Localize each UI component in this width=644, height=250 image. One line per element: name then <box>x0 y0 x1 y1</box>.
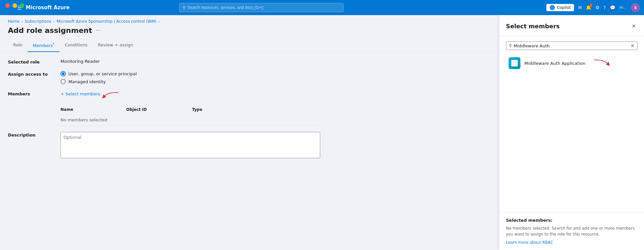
traffic-lights <box>5 3 24 8</box>
radio-user-group-circle[interactable] <box>60 71 66 76</box>
breadcrumb-iam[interactable]: Microsoft Azure Sponsorship | Access con… <box>57 19 156 24</box>
tab-members[interactable]: Members* <box>28 40 60 52</box>
panel-footer: Selected members: No members selected. S… <box>499 212 644 250</box>
panel-search-icon: ⚲ <box>509 43 512 48</box>
panel-body: ⚲ ✕ Middleware Auth Application <box>499 36 644 212</box>
page-title: Add role assignment <box>8 26 92 35</box>
notification-icon[interactable]: 🔔 1 <box>586 5 591 10</box>
description-value <box>60 132 337 159</box>
arrow-annotation <box>102 91 121 101</box>
radio-managed-identity-circle[interactable] <box>60 79 66 84</box>
selected-role-label: Selected role <box>8 59 60 64</box>
tab-members-label: Members <box>33 43 53 48</box>
search-result-item[interactable]: Middleware Auth Application <box>506 54 637 72</box>
description-label: Description <box>8 132 60 138</box>
table-row-empty: No members selected <box>60 115 323 125</box>
breadcrumb-sep-2: › <box>53 20 55 23</box>
breadcrumb-sep-1: › <box>21 20 23 23</box>
breadcrumb-home[interactable]: Home <box>8 19 19 24</box>
panel-search-box[interactable]: ⚲ ✕ <box>506 41 637 50</box>
description-textarea[interactable] <box>60 132 320 158</box>
col-objectid: Object ID <box>126 105 192 115</box>
search-icon: ⚲ <box>183 5 186 10</box>
assign-access-label: Assign access to <box>8 71 60 77</box>
global-search-box[interactable]: ⚲ <box>179 3 344 12</box>
user-name: Mi... <box>619 6 627 10</box>
email-icon[interactable]: ✉ <box>578 5 582 10</box>
description-row: Description <box>8 132 337 159</box>
radio-managed-identity-label: Managed identity <box>68 79 106 84</box>
selected-role-value: Monitoring Reader <box>60 59 337 64</box>
help-icon[interactable]: ? <box>604 5 606 10</box>
search-input[interactable] <box>187 5 340 10</box>
brand-name: Microsoft Azure <box>26 5 69 11</box>
form-content: Selected role Monitoring Reader Assign a… <box>0 52 345 172</box>
panel-title: Select members <box>506 23 560 30</box>
no-members-message: No members selected <box>60 115 323 125</box>
search-result-name: Middleware Auth Application <box>524 61 585 66</box>
members-value: + Select members Name <box>60 91 337 125</box>
breadcrumb-subscriptions[interactable]: Subscriptions <box>25 19 51 24</box>
selected-role-row: Selected role Monitoring Reader <box>8 59 337 64</box>
panel-search-clear-icon[interactable]: ✕ <box>631 43 634 48</box>
tab-conditions-label: Conditions <box>65 42 87 47</box>
tab-conditions[interactable]: Conditions <box>60 40 93 52</box>
close-button[interactable] <box>5 3 10 8</box>
topnav-right: Copilot ✉ 🔔 1 ⚙ ? 💬 Mi... S <box>546 3 640 12</box>
radio-managed-identity[interactable]: Managed identity <box>60 79 337 84</box>
assign-access-options: User, group, or service principal Manage… <box>60 71 337 84</box>
top-navigation: ☰ Microsoft Azure ⚲ Copilot ✉ 🔔 1 ⚙ ? 💬 … <box>0 0 644 15</box>
panel-spacer <box>506 72 637 207</box>
app-icon <box>509 57 520 69</box>
copilot-button[interactable]: Copilot <box>546 4 574 11</box>
members-row: Members + Select members <box>8 91 337 125</box>
learn-more-link[interactable]: Learn more about RBAC <box>506 240 553 245</box>
assign-access-row: Assign access to User, group, or service… <box>8 71 337 84</box>
tab-role[interactable]: Role <box>8 40 28 52</box>
radio-user-group[interactable]: User, group, or service principal <box>60 71 337 76</box>
feedback-icon[interactable]: 💬 <box>610 5 615 10</box>
notification-badge: 1 <box>589 4 593 7</box>
select-members-link[interactable]: + Select members <box>60 91 100 96</box>
breadcrumb-sep-3: › <box>158 20 160 23</box>
minimize-button[interactable] <box>12 3 17 8</box>
panel-close-button[interactable]: ✕ <box>631 22 637 31</box>
panel-header: Select members ✕ <box>499 15 644 36</box>
col-name: Name <box>60 105 126 115</box>
selected-members-hint: No members selected. Search for and add … <box>506 225 637 237</box>
radio-user-group-label: User, group, or service principal <box>68 71 137 76</box>
copilot-label: Copilot <box>557 5 571 10</box>
copilot-icon <box>550 5 555 10</box>
maximize-button[interactable] <box>20 3 24 8</box>
tab-review-label: Review + assign <box>98 42 133 47</box>
tab-role-label: Role <box>13 42 22 47</box>
tab-members-required: * <box>53 42 54 46</box>
panel-arrow-annotation <box>591 58 610 68</box>
right-panel: Select members ✕ ⚲ ✕ Middleware Auth App… <box>499 15 644 250</box>
more-options-icon[interactable]: ··· <box>95 27 100 34</box>
col-type: Type <box>192 105 323 115</box>
radio-group: User, group, or service principal Manage… <box>60 71 337 84</box>
panel-search-input[interactable] <box>514 43 631 48</box>
app-icon-inner <box>511 60 518 66</box>
tab-review[interactable]: Review + assign <box>93 40 138 52</box>
members-table: Name Object ID Type No members selected <box>60 105 323 125</box>
avatar[interactable]: S <box>631 3 640 12</box>
settings-icon[interactable]: ⚙ <box>595 5 600 10</box>
members-label: Members <box>8 91 60 96</box>
selected-members-label: Selected members: <box>506 218 637 223</box>
